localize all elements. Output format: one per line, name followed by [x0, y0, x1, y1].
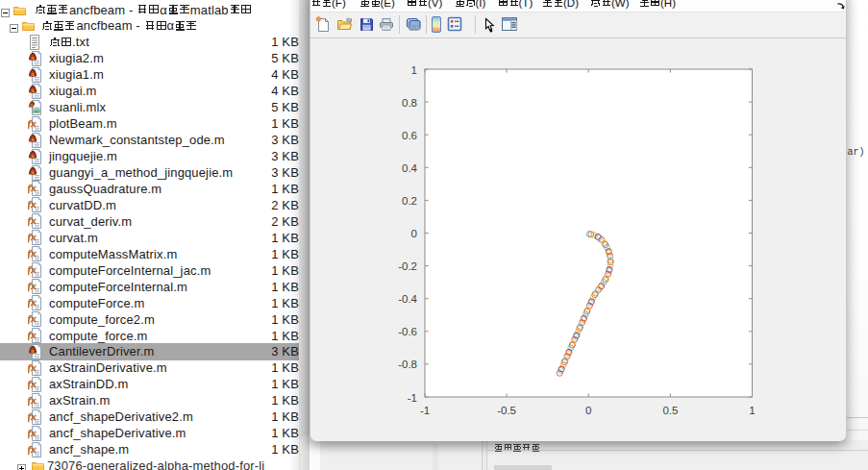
- svg-text:fx: fx: [28, 296, 37, 308]
- svg-text:fx: fx: [28, 329, 37, 340]
- svg-text:fx: fx: [28, 247, 37, 259]
- svg-text:1: 1: [749, 405, 755, 416]
- svg-text:fx: fx: [28, 231, 37, 242]
- svg-text:0.2: 0.2: [402, 195, 417, 207]
- svg-text:fx: fx: [28, 360, 37, 372]
- svg-text:fx: fx: [28, 116, 37, 128]
- svg-text:fx: fx: [28, 198, 37, 210]
- svg-text:fx: fx: [28, 393, 37, 405]
- svg-text:0: 0: [585, 405, 591, 416]
- svg-text:0.8: 0.8: [402, 97, 417, 109]
- svg-text:fx: fx: [28, 263, 37, 275]
- svg-text:fx: fx: [28, 377, 37, 388]
- svg-text:fx: fx: [28, 280, 37, 291]
- svg-text:fx: fx: [28, 442, 37, 454]
- svg-text:0.6: 0.6: [402, 130, 417, 141]
- svg-text:0.4: 0.4: [402, 162, 418, 174]
- svg-text:-0.6: -0.6: [398, 326, 417, 337]
- svg-text:fx: fx: [28, 214, 37, 226]
- svg-text:-1: -1: [408, 392, 417, 404]
- svg-text:0: 0: [411, 228, 417, 239]
- svg-text:fx: fx: [28, 182, 37, 193]
- svg-text:-0.8: -0.8: [398, 359, 417, 370]
- svg-text:fx: fx: [28, 312, 37, 324]
- svg-text:0.5: 0.5: [662, 405, 678, 416]
- svg-text:-0.2: -0.2: [398, 260, 417, 272]
- svg-text:fx: fx: [28, 409, 37, 421]
- svg-text:fx: fx: [28, 426, 37, 437]
- svg-text:-0.4: -0.4: [398, 293, 417, 305]
- svg-text:1: 1: [411, 64, 417, 76]
- svg-text:-0.5: -0.5: [497, 405, 516, 416]
- svg-text:-1: -1: [420, 405, 430, 416]
